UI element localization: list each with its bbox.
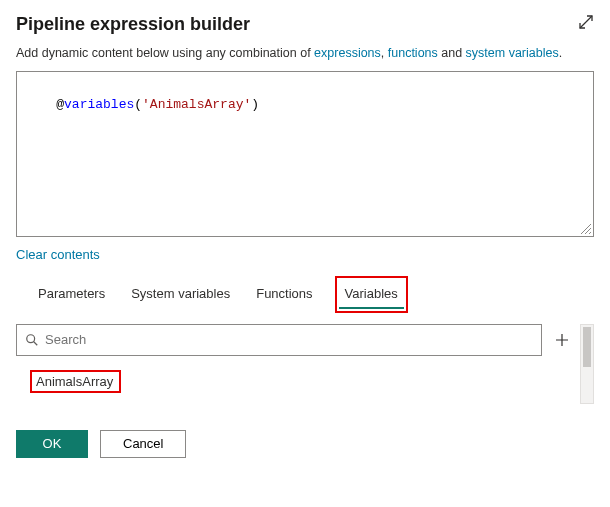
tab-functions[interactable]: Functions <box>256 280 312 309</box>
scrollbar[interactable] <box>580 324 594 404</box>
desc-prefix: Add dynamic content below using any comb… <box>16 46 314 60</box>
desc-sep2: and <box>438 46 466 60</box>
search-box[interactable] <box>16 324 542 356</box>
code-open-paren: ( <box>134 97 142 112</box>
ok-button[interactable]: OK <box>16 430 88 458</box>
tab-variables[interactable]: Variables <box>339 280 404 309</box>
tabs: Parameters System variables Functions Va… <box>16 280 594 310</box>
link-expressions[interactable]: expressions <box>314 46 381 60</box>
code-at: @ <box>56 97 64 112</box>
page-title: Pipeline expression builder <box>16 14 250 35</box>
tab-system-variables[interactable]: System variables <box>131 280 230 309</box>
code-function: variables <box>64 97 134 112</box>
svg-point-0 <box>27 334 35 342</box>
scrollbar-thumb[interactable] <box>583 327 591 367</box>
tab-parameters[interactable]: Parameters <box>38 280 105 309</box>
search-icon <box>25 333 39 347</box>
code-close-paren: ) <box>251 97 259 112</box>
cancel-button[interactable]: Cancel <box>100 430 186 458</box>
expression-editor[interactable]: @variables('AnimalsArray') <box>16 71 594 237</box>
add-button[interactable] <box>552 324 572 356</box>
desc-sep1: , <box>381 46 388 60</box>
svg-line-1 <box>34 341 38 345</box>
variable-item-animalsarray[interactable]: AnimalsArray <box>32 372 119 391</box>
code-string: 'AnimalsArray' <box>142 97 251 112</box>
link-functions[interactable]: functions <box>388 46 438 60</box>
plus-icon <box>555 333 569 347</box>
link-system-variables[interactable]: system variables <box>466 46 559 60</box>
expand-icon[interactable] <box>578 14 594 30</box>
search-input[interactable] <box>45 332 533 347</box>
desc-suffix: . <box>559 46 562 60</box>
description-text: Add dynamic content below using any comb… <box>16 45 594 63</box>
clear-contents-link[interactable]: Clear contents <box>16 247 100 262</box>
